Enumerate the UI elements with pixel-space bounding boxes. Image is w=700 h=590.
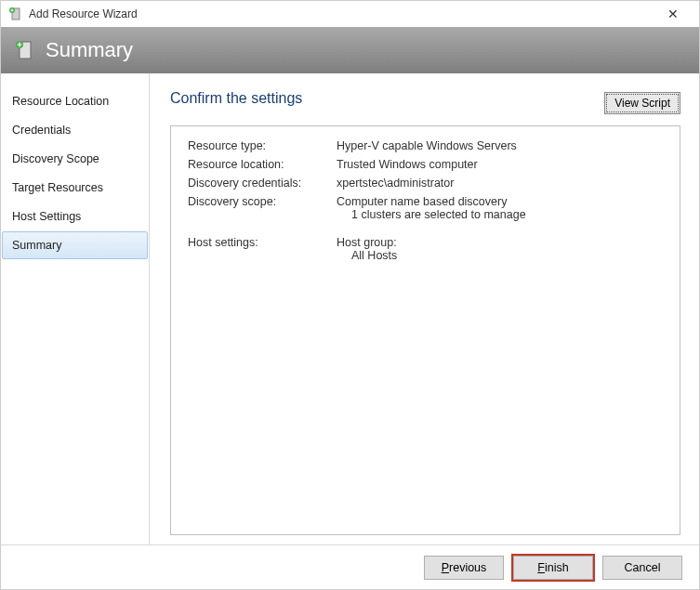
footer: Previous Finish Cancel [1,544,699,589]
settings-row: Resource type:Hyper-V capable Windows Se… [188,139,663,152]
sidebar: Resource LocationCredentialsDiscovery Sc… [1,73,150,544]
settings-row: Resource location:Trusted Windows comput… [188,158,663,171]
sidebar-item-summary[interactable]: Summary [2,231,148,259]
settings-value: Hyper-V capable Windows Servers [337,139,517,152]
settings-value: Trusted Windows computer [337,158,478,171]
content-title: Confirm the settings [170,90,302,107]
settings-row: Discovery scope:Computer name based disc… [188,195,663,221]
settings-label: Resource type: [188,139,337,152]
settings-value: Host group:All Hosts [337,236,397,262]
settings-value-sub: All Hosts [337,249,397,262]
settings-label: Resource location: [188,158,337,171]
sidebar-item-credentials[interactable]: Credentials [2,116,148,144]
body: Resource LocationCredentialsDiscovery Sc… [1,73,699,544]
close-button[interactable]: ✕ [654,7,692,21]
sidebar-item-discovery-scope[interactable]: Discovery Scope [2,145,148,173]
sidebar-item-resource-location[interactable]: Resource Location [2,87,148,115]
banner: Summary [1,27,699,73]
settings-value: xpertstec\administrator [337,177,454,190]
content-header: Confirm the settings View Script [170,90,680,114]
sidebar-item-host-settings[interactable]: Host Settings [2,203,148,230]
view-script-button[interactable]: View Script [604,92,680,114]
wizard-icon [8,7,23,21]
previous-button[interactable]: Previous [424,556,504,580]
window-title: Add Resource Wizard [29,7,654,20]
settings-label: Host settings: [188,236,337,262]
settings-value: Computer name based discovery1 clusters … [337,195,526,221]
settings-label: Discovery scope: [188,195,337,221]
settings-box: Resource type:Hyper-V capable Windows Se… [170,125,680,535]
content: Confirm the settings View Script Resourc… [150,73,699,544]
sidebar-item-target-resources[interactable]: Target Resources [2,174,148,202]
settings-value-sub: 1 clusters are selected to manage [337,208,526,221]
cancel-button[interactable]: Cancel [602,556,682,580]
settings-row: Discovery credentials:xpertstec\administ… [188,177,663,190]
finish-button[interactable]: Finish [513,556,593,580]
summary-icon [14,39,36,61]
banner-title: Summary [46,38,133,62]
settings-label: Discovery credentials: [188,177,337,190]
settings-row: Host settings:Host group:All Hosts [188,236,663,262]
titlebar: Add Resource Wizard ✕ [1,1,699,27]
